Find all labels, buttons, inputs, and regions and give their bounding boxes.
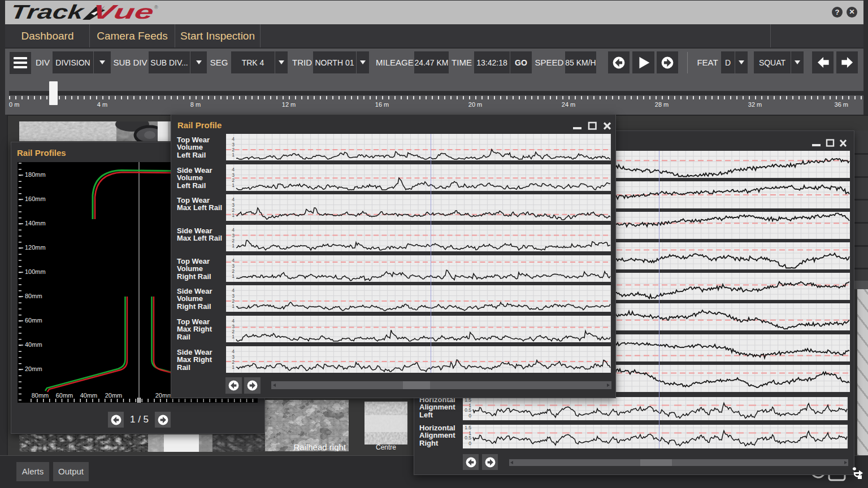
svg-text:0.5: 0.5	[465, 407, 471, 413]
svg-text:80mm: 80mm	[25, 293, 42, 299]
svg-text:1: 1	[232, 152, 235, 158]
svg-text:0: 0	[468, 441, 471, 446]
svg-text:40mm: 40mm	[25, 341, 42, 348]
svg-text:60mm: 60mm	[25, 317, 42, 324]
svg-text:140mm: 140mm	[25, 220, 46, 226]
svg-text:20mm: 20mm	[155, 392, 173, 399]
svg-text:1: 1	[232, 212, 235, 218]
svg-text:1: 1	[232, 182, 235, 188]
svg-text:20mm: 20mm	[105, 392, 123, 399]
svg-text:1: 1	[232, 303, 235, 309]
svg-text:4: 4	[232, 318, 235, 324]
svg-text:180mm: 180mm	[25, 171, 46, 178]
svg-text:4: 4	[232, 227, 235, 233]
svg-text:100mm: 100mm	[25, 268, 46, 275]
svg-text:Railhead right: Railhead right	[293, 442, 346, 451]
svg-text:4: 4	[232, 348, 235, 354]
svg-text:4: 4	[232, 197, 235, 202]
svg-text:60mm: 60mm	[56, 392, 73, 399]
svg-text:4: 4	[232, 287, 235, 293]
svg-text:4: 4	[232, 167, 235, 172]
svg-text:160mm: 160mm	[25, 195, 46, 202]
svg-text:1: 1	[232, 364, 235, 370]
svg-text:1.5: 1.5	[465, 425, 471, 430]
svg-text:120mm: 120mm	[25, 244, 46, 251]
svg-text:1: 1	[232, 243, 235, 249]
svg-text:40mm: 40mm	[80, 392, 98, 399]
svg-text:20mm: 20mm	[25, 365, 42, 372]
svg-text:0.5: 0.5	[465, 435, 471, 441]
svg-text:1: 1	[232, 334, 235, 339]
svg-text:80mm: 80mm	[32, 392, 49, 399]
svg-text:4: 4	[232, 136, 235, 142]
svg-text:0: 0	[468, 413, 471, 419]
svg-text:1: 1	[232, 273, 235, 279]
svg-text:4: 4	[232, 258, 235, 263]
